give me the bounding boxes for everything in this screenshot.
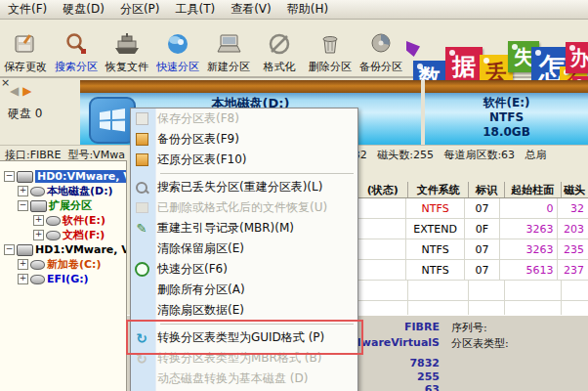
tree-item-extended-partition[interactable]: − 扩展分区	[0, 198, 126, 213]
cell-head: 203	[558, 219, 588, 239]
collapse-icon[interactable]: −	[4, 244, 15, 255]
no-icon	[134, 241, 149, 257]
tree-item-label: 文档(F:)	[63, 228, 105, 242]
disk-nav-pane: × ◀▶ 硬盘 0	[0, 78, 80, 145]
expand-icon[interactable]: +	[33, 230, 44, 240]
menu-item-label: 重建主引导记录(MBR)(M)	[149, 220, 294, 237]
search-partition-icon	[62, 28, 91, 60]
tree-item-efi-g[interactable]: + EFI(G:)	[0, 272, 126, 286]
partition-size: 18.0GB	[425, 125, 588, 140]
menu-separator	[131, 170, 357, 177]
restore-table-icon	[134, 152, 149, 168]
format-icon	[265, 28, 294, 60]
menu-separator	[131, 321, 357, 327]
tree-item-documents-f[interactable]: + 文档(F:)	[0, 228, 126, 242]
collapse-icon[interactable]: −	[4, 171, 15, 182]
menu-item-dynamic-to-basic: 动态磁盘转换为基本磁盘 (D)	[131, 369, 357, 389]
menu-disk[interactable]: 硬盘(D)	[55, 1, 112, 18]
cell-status	[358, 239, 406, 259]
cell-start-cylinder: 5613	[500, 260, 559, 280]
menu-item-label: 备份分区表(F9)	[149, 131, 239, 148]
cell-filesystem: NTFS	[406, 239, 466, 259]
partition-table: (状态) 文件系统 标识 起始柱面 磁头 0 NTFS 07 0 32 1 EX…	[348, 182, 588, 315]
table-row[interactable]: 1 EXTEND 0F 3263 203	[349, 219, 588, 239]
quick-partition-button[interactable]: 快速分区	[152, 20, 203, 76]
cell-id: 0F	[465, 219, 499, 239]
toolbar-label: 搜索分区	[55, 60, 98, 74]
menu-view[interactable]: 查看(V)	[223, 1, 279, 18]
tree-item-hd1[interactable]: − HD1:VMware, VM	[0, 242, 126, 257]
disk-manager-window: 文件(F) 硬盘(D) 分区(P) 工具(T) 查看(V) 帮助(H) 保存更改…	[0, 0, 588, 391]
col-header-head[interactable]: 磁头	[562, 182, 588, 197]
menu-item-label: 转换分区表类型为MBR格式 (B)	[149, 350, 321, 367]
tree-item-label: 软件(E:)	[63, 213, 105, 228]
toolbar: 保存更改 搜索分区 恢复文件 快速分区 新建分区	[0, 20, 588, 78]
menu-item-delete-all-partitions[interactable]: 删除所有分区(A)	[131, 280, 357, 300]
cell-filesystem: EXTEND	[406, 219, 466, 239]
col-header-status[interactable]: (状态)	[358, 182, 408, 197]
menu-item-backup-partition-table[interactable]: 备份分区表(F9)	[131, 129, 357, 150]
toolbar-label: 快速分区	[156, 60, 199, 74]
menu-item-label: 已删除或格式化后的文件恢复(U)	[149, 199, 327, 216]
next-disk-arrow-icon[interactable]: ▶	[22, 84, 35, 98]
expand-icon[interactable]: +	[18, 259, 28, 270]
cell-head: 32	[558, 198, 588, 218]
menu-help[interactable]: 帮助(H)	[279, 1, 336, 18]
menu-tools[interactable]: 工具(T)	[167, 1, 223, 18]
menu-item-clear-reserved-sectors[interactable]: 清除保留扇区(E)	[131, 239, 357, 259]
expand-icon[interactable]: +	[33, 215, 44, 226]
tree-item-label: HD0:VMware, VM	[35, 170, 127, 183]
expand-icon[interactable]: +	[18, 186, 28, 196]
delete-partition-button[interactable]: 删除分区	[305, 20, 356, 76]
partition-icon	[30, 260, 45, 270]
menu-item-quick-partition[interactable]: 快速分区(F6)	[131, 259, 357, 280]
col-header-id[interactable]: 标识	[469, 182, 504, 197]
menu-item-convert-to-mbr: ↻ 转换分区表类型为MBR格式 (B)	[131, 348, 357, 369]
menu-item-clear-sector-data[interactable]: 清除扇区数据(E)	[131, 300, 357, 321]
menu-item-label: 清除保留扇区(E)	[149, 240, 244, 257]
menu-item-search-lost-partitions[interactable]: 搜索已丢失分区(重建分区表)(L)	[131, 177, 357, 197]
tree-item-label: 本地磁盘(D:)	[47, 184, 113, 198]
menu-item-label: 快速分区(F6)	[149, 261, 228, 278]
serial-number-label: 序列号:	[451, 321, 487, 335]
windows-logo-icon	[89, 97, 136, 144]
partition-table-type-label: 分区表类型:	[451, 336, 509, 351]
format-button[interactable]: 格式化	[254, 20, 305, 76]
table-row[interactable]: 4 NTFS 07 3263 235	[349, 239, 588, 260]
col-header-filesystem[interactable]: 文件系统	[408, 182, 470, 197]
tree-item-local-disk-d[interactable]: + 本地磁盘(D:)	[0, 184, 126, 198]
tree-item-hd0[interactable]: − HD0:VMware, VM	[0, 169, 126, 184]
menu-file[interactable]: 文件(F)	[0, 1, 55, 18]
search-partition-button[interactable]: 搜索分区	[51, 20, 102, 76]
convert-refresh-icon: ↻	[134, 330, 149, 346]
cell-id: 07	[465, 260, 499, 280]
toolbar-label: 新建分区	[207, 60, 250, 74]
toolbar-label: 恢复文件	[105, 60, 148, 74]
save-changes-button[interactable]: 保存更改	[0, 20, 51, 76]
extended-partition-icon	[30, 200, 47, 212]
save-changes-icon	[11, 28, 40, 60]
new-partition-button[interactable]: 新建分区	[203, 20, 254, 76]
backup-partition-button[interactable]: 备份分区	[356, 20, 406, 76]
menu-partition[interactable]: 分区(P)	[112, 1, 168, 18]
col-header-start-cylinder[interactable]: 起始柱面	[505, 182, 562, 197]
expand-icon[interactable]: +	[18, 274, 28, 284]
tree-item-label: HD1:VMware, VM	[35, 243, 127, 256]
tree-item-new-volume-c[interactable]: + 新加卷(C:)	[0, 257, 126, 272]
menu-item-convert-to-guid[interactable]: ↻ 转换分区表类型为GUID格式 (P)	[131, 327, 357, 348]
table-row[interactable]: 5 NTFS 07 5613 237	[349, 260, 588, 281]
quick-partition-icon	[163, 28, 192, 60]
cell-start-cylinder: 0	[500, 198, 559, 218]
collapse-icon[interactable]: −	[18, 200, 28, 211]
partition-icon	[46, 216, 61, 226]
prev-disk-arrow-icon[interactable]: ◀	[10, 84, 22, 98]
recover-files-button[interactable]: 恢复文件	[102, 20, 152, 76]
close-icon[interactable]: ×	[1, 76, 10, 89]
menu-item-rebuild-mbr[interactable]: ✎ 重建主引导记录(MBR)(M)	[131, 218, 357, 239]
tree-item-software-e[interactable]: + 软件(E:)	[0, 213, 126, 228]
hard-disk-icon	[17, 244, 33, 256]
table-row[interactable]: 0 NTFS 07 0 32	[349, 198, 588, 219]
partition-bar-e[interactable]: 软件(E:) NTFS 18.0GB	[425, 93, 588, 145]
toolbar-label: 保存更改	[4, 60, 47, 74]
menu-item-restore-partition-table[interactable]: 还原分区表(F10)	[131, 150, 357, 170]
